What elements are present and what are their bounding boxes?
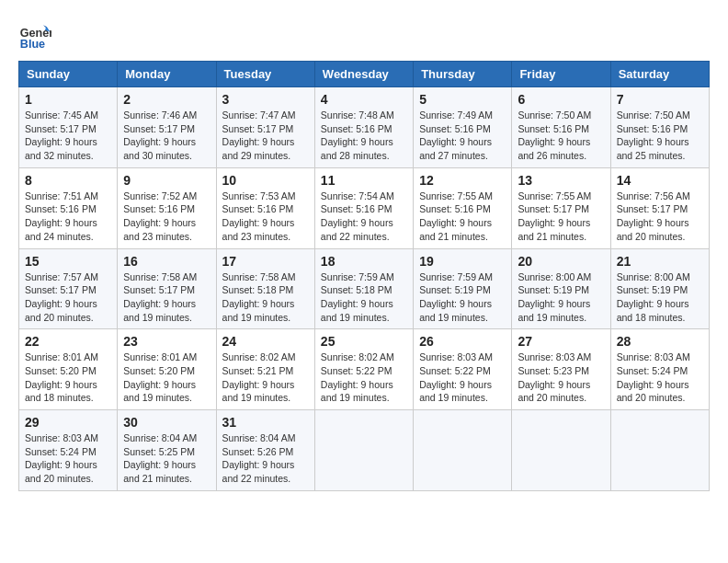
day-number: 30	[123, 415, 210, 430]
calendar-cell: 23 Sunrise: 8:01 AM Sunset: 5:20 PM Dayl…	[118, 329, 216, 410]
day-number: 10	[222, 173, 309, 188]
calendar-cell	[414, 410, 512, 491]
calendar-cell: 7 Sunrise: 7:50 AM Sunset: 5:16 PM Dayli…	[610, 87, 709, 168]
day-number: 21	[617, 254, 703, 269]
day-number: 16	[123, 254, 210, 269]
weekday-header-friday: Friday	[512, 62, 610, 87]
day-number: 7	[617, 92, 703, 107]
calendar-cell: 18 Sunrise: 7:59 AM Sunset: 5:18 PM Dayl…	[314, 248, 413, 329]
calendar-cell: 19 Sunrise: 7:59 AM Sunset: 5:19 PM Dayl…	[414, 248, 512, 329]
day-info: Sunrise: 7:52 AM Sunset: 5:16 PM Dayligh…	[123, 190, 210, 244]
day-number: 25	[321, 334, 407, 349]
calendar-cell: 16 Sunrise: 7:58 AM Sunset: 5:17 PM Dayl…	[118, 248, 216, 329]
day-info: Sunrise: 8:00 AM Sunset: 5:19 PM Dayligh…	[617, 270, 703, 325]
day-info: Sunrise: 7:45 AM Sunset: 5:17 PM Dayligh…	[25, 109, 111, 163]
day-number: 15	[25, 254, 111, 269]
day-number: 13	[518, 173, 604, 188]
page-header: General Blue	[18, 18, 710, 52]
day-info: Sunrise: 7:53 AM Sunset: 5:16 PM Dayligh…	[222, 190, 309, 244]
day-number: 8	[25, 173, 111, 188]
day-info: Sunrise: 8:04 AM Sunset: 5:25 PM Dayligh…	[123, 431, 210, 486]
day-info: Sunrise: 8:03 AM Sunset: 5:24 PM Dayligh…	[25, 431, 111, 486]
calendar-cell: 11 Sunrise: 7:54 AM Sunset: 5:16 PM Dayl…	[314, 167, 413, 248]
calendar-cell: 29 Sunrise: 8:03 AM Sunset: 5:24 PM Dayl…	[19, 410, 118, 491]
day-number: 26	[419, 334, 506, 349]
day-number: 12	[419, 173, 506, 188]
calendar-cell: 21 Sunrise: 8:00 AM Sunset: 5:19 PM Dayl…	[610, 248, 709, 329]
day-number: 29	[25, 415, 111, 430]
weekday-header-tuesday: Tuesday	[216, 62, 314, 87]
calendar-cell: 2 Sunrise: 7:46 AM Sunset: 5:17 PM Dayli…	[118, 87, 216, 168]
calendar-cell: 15 Sunrise: 7:57 AM Sunset: 5:17 PM Dayl…	[19, 248, 118, 329]
calendar-cell: 17 Sunrise: 7:58 AM Sunset: 5:18 PM Dayl…	[216, 248, 314, 329]
calendar-cell: 9 Sunrise: 7:52 AM Sunset: 5:16 PM Dayli…	[118, 167, 216, 248]
day-number: 5	[419, 92, 506, 107]
day-number: 23	[123, 334, 210, 349]
calendar-week-3: 15 Sunrise: 7:57 AM Sunset: 5:17 PM Dayl…	[19, 248, 710, 329]
day-info: Sunrise: 7:58 AM Sunset: 5:17 PM Dayligh…	[123, 270, 210, 325]
day-number: 17	[222, 254, 309, 269]
weekday-header-saturday: Saturday	[610, 62, 709, 87]
day-number: 28	[617, 334, 703, 349]
weekday-header-thursday: Thursday	[414, 62, 512, 87]
day-number: 9	[123, 173, 210, 188]
calendar-cell: 30 Sunrise: 8:04 AM Sunset: 5:25 PM Dayl…	[118, 410, 216, 491]
calendar-cell: 8 Sunrise: 7:51 AM Sunset: 5:16 PM Dayli…	[19, 167, 118, 248]
calendar-cell: 6 Sunrise: 7:50 AM Sunset: 5:16 PM Dayli…	[512, 87, 610, 168]
day-number: 18	[321, 254, 407, 269]
calendar-cell: 14 Sunrise: 7:56 AM Sunset: 5:17 PM Dayl…	[610, 167, 709, 248]
day-info: Sunrise: 8:02 AM Sunset: 5:21 PM Dayligh…	[222, 350, 309, 405]
day-number: 4	[321, 92, 407, 107]
day-info: Sunrise: 8:03 AM Sunset: 5:23 PM Dayligh…	[518, 350, 604, 405]
day-number: 14	[617, 173, 703, 188]
day-info: Sunrise: 8:03 AM Sunset: 5:22 PM Dayligh…	[419, 350, 506, 405]
day-info: Sunrise: 7:47 AM Sunset: 5:17 PM Dayligh…	[222, 109, 309, 163]
logo-icon: General Blue	[18, 18, 51, 52]
day-info: Sunrise: 7:51 AM Sunset: 5:16 PM Dayligh…	[25, 190, 111, 244]
day-info: Sunrise: 7:50 AM Sunset: 5:16 PM Dayligh…	[518, 109, 604, 163]
weekday-header-monday: Monday	[118, 62, 216, 87]
day-number: 19	[419, 254, 506, 269]
day-number: 24	[222, 334, 309, 349]
day-info: Sunrise: 7:54 AM Sunset: 5:16 PM Dayligh…	[321, 190, 407, 244]
calendar-week-1: 1 Sunrise: 7:45 AM Sunset: 5:17 PM Dayli…	[19, 87, 710, 168]
calendar-cell: 22 Sunrise: 8:01 AM Sunset: 5:20 PM Dayl…	[19, 329, 118, 410]
calendar-cell: 1 Sunrise: 7:45 AM Sunset: 5:17 PM Dayli…	[19, 87, 118, 168]
logo: General Blue	[18, 18, 55, 52]
calendar-header-row: SundayMondayTuesdayWednesdayThursdayFrid…	[19, 62, 710, 87]
day-info: Sunrise: 7:59 AM Sunset: 5:18 PM Dayligh…	[321, 270, 407, 325]
day-info: Sunrise: 7:55 AM Sunset: 5:16 PM Dayligh…	[419, 190, 506, 244]
calendar-cell	[610, 410, 709, 491]
calendar-cell	[314, 410, 413, 491]
calendar-cell: 5 Sunrise: 7:49 AM Sunset: 5:16 PM Dayli…	[414, 87, 512, 168]
day-info: Sunrise: 7:57 AM Sunset: 5:17 PM Dayligh…	[25, 270, 111, 325]
calendar-cell: 12 Sunrise: 7:55 AM Sunset: 5:16 PM Dayl…	[414, 167, 512, 248]
calendar-cell: 20 Sunrise: 8:00 AM Sunset: 5:19 PM Dayl…	[512, 248, 610, 329]
calendar-cell: 27 Sunrise: 8:03 AM Sunset: 5:23 PM Dayl…	[512, 329, 610, 410]
calendar-week-5: 29 Sunrise: 8:03 AM Sunset: 5:24 PM Dayl…	[19, 410, 710, 491]
calendar-cell: 24 Sunrise: 8:02 AM Sunset: 5:21 PM Dayl…	[216, 329, 314, 410]
day-info: Sunrise: 8:01 AM Sunset: 5:20 PM Dayligh…	[25, 350, 111, 405]
weekday-header-sunday: Sunday	[19, 62, 118, 87]
calendar-cell: 25 Sunrise: 8:02 AM Sunset: 5:22 PM Dayl…	[314, 329, 413, 410]
day-number: 20	[518, 254, 604, 269]
day-number: 1	[25, 92, 111, 107]
weekday-header-wednesday: Wednesday	[314, 62, 413, 87]
calendar-cell: 31 Sunrise: 8:04 AM Sunset: 5:26 PM Dayl…	[216, 410, 314, 491]
calendar-table: SundayMondayTuesdayWednesdayThursdayFrid…	[18, 61, 710, 491]
calendar-cell: 4 Sunrise: 7:48 AM Sunset: 5:16 PM Dayli…	[314, 87, 413, 168]
calendar-cell	[512, 410, 610, 491]
day-info: Sunrise: 7:59 AM Sunset: 5:19 PM Dayligh…	[419, 270, 506, 325]
calendar-week-4: 22 Sunrise: 8:01 AM Sunset: 5:20 PM Dayl…	[19, 329, 710, 410]
day-info: Sunrise: 7:55 AM Sunset: 5:17 PM Dayligh…	[518, 190, 604, 244]
calendar-cell: 3 Sunrise: 7:47 AM Sunset: 5:17 PM Dayli…	[216, 87, 314, 168]
day-info: Sunrise: 8:03 AM Sunset: 5:24 PM Dayligh…	[617, 350, 703, 405]
calendar-cell: 10 Sunrise: 7:53 AM Sunset: 5:16 PM Dayl…	[216, 167, 314, 248]
day-info: Sunrise: 7:48 AM Sunset: 5:16 PM Dayligh…	[321, 109, 407, 163]
day-number: 3	[222, 92, 309, 107]
day-info: Sunrise: 8:02 AM Sunset: 5:22 PM Dayligh…	[321, 350, 407, 405]
day-info: Sunrise: 8:04 AM Sunset: 5:26 PM Dayligh…	[222, 431, 309, 486]
day-number: 22	[25, 334, 111, 349]
calendar-week-2: 8 Sunrise: 7:51 AM Sunset: 5:16 PM Dayli…	[19, 167, 710, 248]
day-number: 11	[321, 173, 407, 188]
